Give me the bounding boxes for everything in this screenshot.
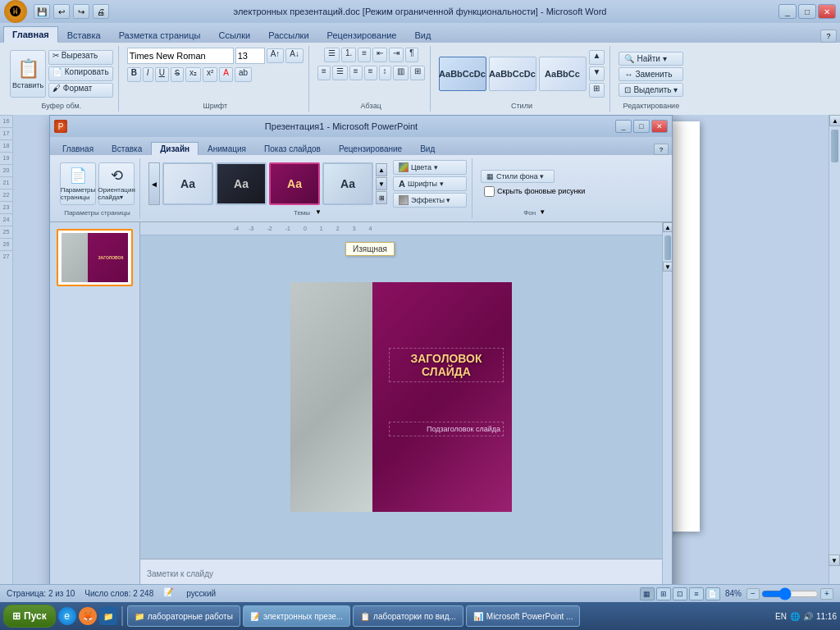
- shading-btn[interactable]: ▥: [393, 66, 409, 80]
- ppt-slide-area[interactable]: Изящная ЗАГОЛОВОК СЛАЙДА Подзаголовок сл…: [140, 235, 662, 559]
- close-button[interactable]: ✕: [818, 4, 836, 19]
- cut-button[interactable]: ✂ Вырезать: [48, 50, 113, 65]
- align-right-btn[interactable]: ≡: [349, 66, 363, 80]
- paste-button[interactable]: 📋 Вставить: [10, 50, 46, 98]
- word-scrollbar-v[interactable]: ▲ ▼: [829, 115, 840, 584]
- tray-sound-icon[interactable]: 🔊: [803, 612, 813, 621]
- bold-btn[interactable]: B: [127, 67, 141, 82]
- show-hide-btn[interactable]: ¶: [405, 48, 418, 62]
- ppt-tab-view[interactable]: Вид: [411, 142, 444, 155]
- save-quick-btn[interactable]: 💾: [34, 4, 50, 19]
- ie-icon[interactable]: e: [58, 607, 76, 625]
- align-center-btn[interactable]: ☰: [332, 66, 348, 80]
- colors-btn[interactable]: Цвета ▾: [393, 160, 467, 175]
- word-view-outline-btn[interactable]: ≡: [689, 587, 704, 600]
- ppt-close-btn[interactable]: ✕: [651, 120, 668, 133]
- taskbar-item-ppt[interactable]: 📊 Microsoft PowerPoint ...: [466, 605, 581, 627]
- multilevel-btn[interactable]: ≡: [358, 48, 371, 62]
- slide-title[interactable]: ЗАГОЛОВОК СЛАЙДА: [389, 348, 504, 382]
- increase-indent-btn[interactable]: ⇥: [389, 48, 404, 62]
- word-zoom-out-btn[interactable]: −: [746, 588, 760, 600]
- ppt-tab-review[interactable]: Рецензирование: [330, 142, 411, 155]
- page-setup-btn[interactable]: 📄 Параметрыстраницы: [60, 162, 96, 205]
- select-button[interactable]: ⊡ Выделить ▾: [619, 83, 683, 97]
- word-view-web-btn[interactable]: ⊡: [673, 587, 687, 600]
- align-left-btn[interactable]: ≡: [317, 66, 331, 80]
- hide-bg-checkbox[interactable]: [484, 186, 495, 197]
- font-color-btn[interactable]: A: [219, 67, 233, 82]
- bullets-btn[interactable]: ☰: [324, 48, 340, 62]
- styles-up-btn[interactable]: ▲: [589, 50, 605, 65]
- style-no-space[interactable]: AaBbCcDc: [489, 57, 536, 91]
- strikethrough-btn[interactable]: S̶: [171, 67, 184, 82]
- ppt-tab-animation[interactable]: Анимация: [199, 142, 255, 155]
- theme-plain-2[interactable]: Aa: [322, 162, 373, 205]
- bg-expand-btn[interactable]: ▼: [539, 208, 546, 216]
- tab-references[interactable]: Ссылки: [209, 27, 259, 43]
- word-view-print-btn[interactable]: ▦: [640, 587, 655, 600]
- ppt-maximize-btn[interactable]: □: [633, 120, 650, 133]
- tab-page-layout[interactable]: Разметка страницы: [110, 27, 210, 43]
- tab-home[interactable]: Главная: [3, 26, 58, 43]
- tab-insert[interactable]: Вставка: [58, 27, 110, 43]
- print-quick-btn[interactable]: 🖨: [93, 4, 109, 19]
- minimize-button[interactable]: _: [778, 4, 797, 19]
- word-view-draft-btn[interactable]: 📄: [705, 587, 720, 600]
- ppt-tab-design[interactable]: Дизайн: [151, 142, 199, 155]
- start-button[interactable]: ⊞ Пуск: [3, 605, 56, 628]
- undo-quick-btn[interactable]: ↩: [53, 4, 70, 19]
- ppt-scroll-up-btn[interactable]: ▲: [663, 222, 672, 232]
- redo-quick-btn[interactable]: ↪: [73, 4, 89, 19]
- word-spell-icon[interactable]: 📝: [163, 587, 176, 600]
- taskbar-item-labworks[interactable]: 📁 лабораторные работы: [127, 605, 240, 627]
- find-button[interactable]: 🔍 Найти ▾: [619, 52, 683, 66]
- sup-btn[interactable]: x²: [203, 67, 217, 82]
- font-name-input[interactable]: [127, 48, 234, 64]
- explorer-icon[interactable]: 📁: [99, 607, 117, 625]
- ppt-scrollbar-v[interactable]: ▲ ▼: [662, 222, 672, 584]
- ppt-scroll-down-btn[interactable]: ▼: [663, 262, 672, 272]
- slide-orientation-btn[interactable]: ⟲ Ориентацияслайда▾: [98, 162, 135, 205]
- taskbar-item-pres[interactable]: 📝 электронных презе...: [243, 605, 350, 627]
- highlight-btn[interactable]: ab: [235, 67, 252, 82]
- ppt-slide-thumb-1[interactable]: ЗАГОЛОВОК: [57, 229, 133, 286]
- theme-plain-1[interactable]: Aa: [162, 162, 213, 205]
- tab-mailings[interactable]: Рассылки: [259, 27, 317, 43]
- ppt-help-btn[interactable]: ?: [654, 144, 669, 155]
- format-painter-button[interactable]: 🖌 Формат: [48, 83, 113, 98]
- word-zoom-in-btn[interactable]: +: [820, 588, 833, 600]
- style-normal[interactable]: AaBbCcDc: [439, 57, 486, 91]
- word-zoom-slider[interactable]: [761, 590, 819, 598]
- border-btn[interactable]: ⊞: [410, 66, 425, 80]
- line-spacing-btn[interactable]: ↕: [379, 66, 391, 80]
- copy-button[interactable]: 📄 Копировать: [48, 66, 113, 81]
- decrease-indent-btn[interactable]: ⇤: [372, 48, 387, 62]
- italic-btn[interactable]: I: [143, 67, 153, 82]
- tab-view[interactable]: Вид: [406, 27, 441, 43]
- styles-down-btn[interactable]: ▼: [589, 66, 605, 81]
- justify-btn[interactable]: ≡: [364, 66, 377, 80]
- ppt-minimize-btn[interactable]: _: [615, 120, 632, 133]
- taskbar-item-vid[interactable]: 📋 лабораторки по вид...: [353, 605, 463, 627]
- theme-prev-btn[interactable]: ◄: [148, 162, 160, 205]
- style-heading1[interactable]: AaBbCc: [539, 57, 587, 91]
- office-button[interactable]: 🅦: [4, 0, 27, 23]
- firefox-icon[interactable]: 🦊: [79, 607, 97, 625]
- ppt-tab-insert[interactable]: Вставка: [103, 142, 151, 155]
- word-view-full-btn[interactable]: ⊞: [656, 587, 671, 600]
- bg-styles-btn[interactable]: ▦ Стили фона ▾: [481, 170, 555, 183]
- maximize-button[interactable]: □: [798, 4, 816, 19]
- tray-network-icon[interactable]: 🌐: [790, 612, 800, 621]
- ppt-tab-home[interactable]: Главная: [53, 142, 103, 155]
- numbering-btn[interactable]: 1.: [341, 48, 356, 62]
- scroll-thumb-v[interactable]: [831, 130, 838, 162]
- slide-subtitle[interactable]: Подзаголовок слайда: [389, 422, 504, 436]
- replace-button[interactable]: ↔ Заменить: [619, 67, 683, 81]
- tab-review[interactable]: Рецензирование: [318, 27, 406, 43]
- themes-expand-btn[interactable]: ▼: [315, 208, 322, 216]
- ppt-notes-area[interactable]: Заметки к слайду: [140, 559, 662, 584]
- theme-down-btn[interactable]: ▼: [376, 177, 387, 190]
- help-button[interactable]: ?: [820, 30, 837, 43]
- tray-lang[interactable]: EN: [775, 612, 787, 621]
- grow-font-btn[interactable]: A↑: [267, 48, 285, 63]
